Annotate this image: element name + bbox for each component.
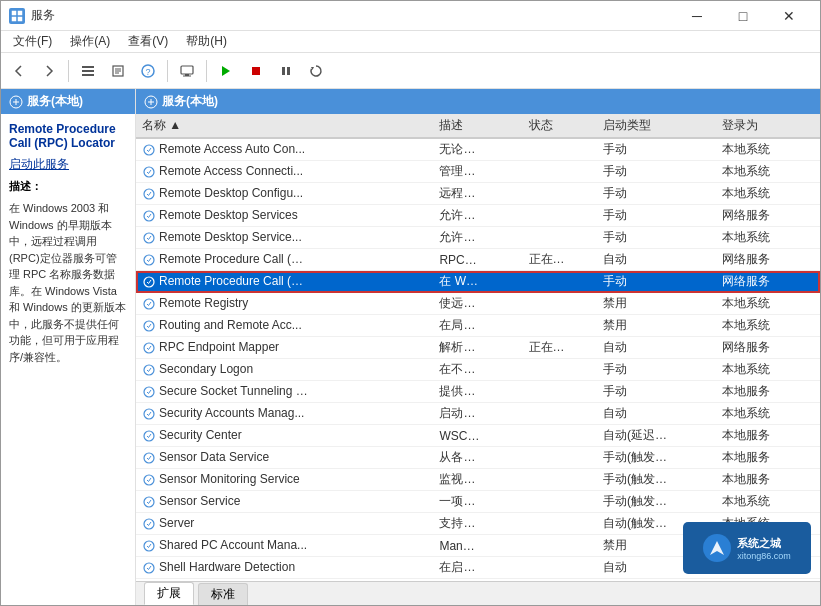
service-icon [142,318,159,332]
service-desc-cell: 在启… [433,557,522,579]
service-start-cell: 手动(触发… [597,469,716,491]
properties-button[interactable] [104,57,132,85]
file-menu[interactable]: 文件(F) [5,31,60,52]
service-name-cell: Security Accounts Manag... [136,403,433,425]
stop-button[interactable] [242,57,270,85]
service-name-cell: Routing and Remote Acc... [136,315,433,337]
col-header-start[interactable]: 启动类型 [597,114,716,138]
close-button[interactable]: ✕ [766,1,812,31]
table-row[interactable]: Remote Registry使远…禁用本地系统 [136,293,820,315]
service-name-cell: Remote Desktop Services [136,205,433,227]
service-name: Remote Access Auto Con... [159,142,305,156]
service-icon [142,538,159,552]
service-desc-cell: 解析… [433,337,522,359]
table-row[interactable]: Sensor Service一项…手动(触发…本地系统 [136,491,820,513]
service-name: Sensor Service [159,494,240,508]
service-icon [142,428,159,442]
help-toolbar-button[interactable]: ? [134,57,162,85]
service-name-cell: Remote Registry [136,293,433,315]
table-row[interactable]: Remote Desktop Configu...远程…手动本地系统 [136,183,820,205]
tab-extend[interactable]: 扩展 [144,582,194,605]
service-name-cell: Shared PC Account Mana... [136,535,433,557]
service-status-cell [523,293,597,315]
service-desc-cell: 管理… [433,161,522,183]
service-list-container[interactable]: 名称 ▲ 描述 状态 启动类型 登录为 Remote Access Auto C… [136,114,820,581]
service-status-cell [523,271,597,293]
table-row[interactable]: Remote Access Connecti...管理…手动本地系统 [136,161,820,183]
table-row[interactable]: RPC Endpoint Mapper解析…正在…自动网络服务 [136,337,820,359]
help-menu[interactable]: 帮助(H) [178,31,235,52]
table-row[interactable]: Remote Desktop Service...允许…手动本地系统 [136,227,820,249]
back-button[interactable] [5,57,33,85]
service-login-cell: 网络服务 [716,337,820,359]
service-status-cell: 正在… [523,337,597,359]
right-panel-header: 服务(本地) [136,89,820,114]
toolbar-separator-2 [167,60,168,82]
svg-rect-4 [82,66,94,68]
service-icon [142,252,159,266]
svg-marker-47 [710,541,724,555]
service-login-cell: 本地系统 [716,161,820,183]
service-status-cell [523,205,597,227]
table-row[interactable]: Secondary Logon在不…手动本地系统 [136,359,820,381]
service-name: Sensor Data Service [159,450,269,464]
toolbar-separator-1 [68,60,69,82]
service-login-cell: 本地系统 [716,403,820,425]
table-row[interactable]: Remote Desktop Services允许…手动网络服务 [136,205,820,227]
svg-rect-6 [82,74,94,76]
service-name-cell: RPC Endpoint Mapper [136,337,433,359]
window-icon [9,8,25,24]
tab-standard[interactable]: 标准 [198,583,248,605]
service-status-cell [523,227,597,249]
minimize-button[interactable]: ─ [674,1,720,31]
service-name-cell: Sensor Monitoring Service [136,469,433,491]
svg-rect-17 [252,67,260,75]
service-name-cell: Remote Procedure Call (… [136,271,433,293]
table-row[interactable]: Remote Access Auto Con...无论…手动本地系统 [136,138,820,161]
view-menu[interactable]: 查看(V) [120,31,176,52]
service-start-cell: 自动 [597,403,716,425]
table-row[interactable]: Remote Procedure Call (…RPC…正在…自动网络服务 [136,249,820,271]
table-row[interactable]: Secure Socket Tunneling …提供…手动本地服务 [136,381,820,403]
table-row[interactable]: Remote Procedure Call (…在 W…手动网络服务 [136,271,820,293]
forward-button[interactable] [35,57,63,85]
computer-button[interactable] [173,57,201,85]
left-panel-title: 服务(本地) [27,93,83,110]
svg-rect-19 [287,67,290,75]
service-login-cell: 本地服务 [716,381,820,403]
table-row[interactable]: Security CenterWSC…自动(延迟…本地服务 [136,425,820,447]
table-row[interactable]: Sensor Monitoring Service监视…手动(触发…本地服务 [136,469,820,491]
service-status-cell [523,557,597,579]
col-header-desc[interactable]: 描述 [433,114,522,138]
table-row[interactable]: Security Accounts Manag...启动…自动本地系统 [136,403,820,425]
service-name-cell: Secondary Logon [136,359,433,381]
maximize-button[interactable]: □ [720,1,766,31]
pause-button[interactable] [272,57,300,85]
service-name: Secondary Logon [159,362,253,376]
service-description-text: 在 Windows 2003 和 Windows 的早期版本中，远程过程调用(R… [9,200,127,365]
show-hide-button[interactable] [74,57,102,85]
action-menu[interactable]: 操作(A) [62,31,118,52]
col-header-status[interactable]: 状态 [523,114,597,138]
service-name-cell: Server [136,513,433,535]
table-row[interactable]: Routing and Remote Acc...在局…禁用本地系统 [136,315,820,337]
table-row[interactable]: Sensor Data Service从各…手动(触发…本地服务 [136,447,820,469]
col-header-login[interactable]: 登录为 [716,114,820,138]
service-start-cell: 手动 [597,227,716,249]
service-start-cell: 自动 [597,337,716,359]
svg-rect-13 [181,66,193,74]
service-desc-cell: 在不… [433,359,522,381]
service-desc-cell: 允许… [433,227,522,249]
service-login-cell: 网络服务 [716,249,820,271]
service-status-cell [523,315,597,337]
service-icon [142,406,159,420]
svg-rect-1 [18,10,23,15]
svg-text:?: ? [145,67,150,77]
refresh-button[interactable] [302,57,330,85]
title-bar-left: 服务 [9,7,55,24]
service-icon [142,142,159,156]
start-service-link[interactable]: 启动此服务 [9,157,69,171]
col-header-name[interactable]: 名称 ▲ [136,114,433,138]
service-start-cell: 手动(触发… [597,447,716,469]
play-button[interactable] [212,57,240,85]
